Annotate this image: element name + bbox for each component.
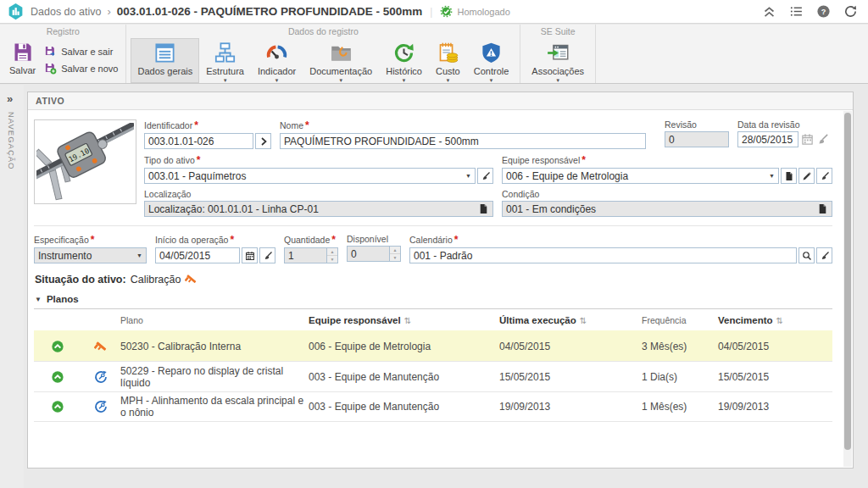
nome-label: Nome*: [280, 119, 646, 131]
tab-historico[interactable]: Histórico ▼: [379, 38, 429, 83]
document-icon: [784, 171, 794, 181]
condicao-field: 001 - Em condições: [502, 201, 832, 217]
calendario-search-button[interactable]: [798, 247, 815, 263]
identificador-next-button[interactable]: [255, 133, 271, 149]
controle-label: Controle: [474, 66, 509, 76]
condicao-label: Condição: [502, 189, 832, 199]
identificador-input[interactable]: 003.01.01-026: [144, 133, 253, 149]
refresh-icon[interactable]: [843, 4, 858, 19]
list-menu-icon[interactable]: [789, 4, 804, 19]
column-header-ultima-execucao[interactable]: Última execução⇅: [499, 315, 642, 325]
save-and-new-button[interactable]: Salvar e novo: [44, 62, 118, 75]
collapse-ribbon-icon[interactable]: [762, 4, 776, 19]
calibration-icon: [81, 340, 120, 353]
table-row[interactable]: 50230 - Calibração Interna 006 - Equipe …: [34, 330, 832, 361]
document-icon[interactable]: [478, 203, 489, 214]
revisao-label: Revisão: [665, 119, 729, 130]
chevron-down-icon: ▼: [489, 78, 494, 83]
vertical-scrollbar[interactable]: [843, 111, 852, 467]
tab-documentacao[interactable]: Documentação ▼: [303, 38, 379, 83]
calendario-clear-button[interactable]: [816, 247, 832, 263]
collapse-triangle-icon: ▼: [35, 296, 42, 303]
tab-controle[interactable]: Controle ▼: [467, 38, 516, 83]
step-down-icon: ▼: [390, 254, 400, 261]
execute-plan-icon[interactable]: [34, 340, 81, 353]
stepper-arrows[interactable]: ▲▼: [327, 247, 338, 263]
scrollbar-thumb[interactable]: [844, 113, 851, 450]
execute-plan-icon[interactable]: [34, 370, 81, 384]
calendario-input[interactable]: 001 - Padrão: [409, 247, 797, 263]
asset-photo[interactable]: 19.10: [34, 119, 136, 204]
identificador-label: Identificador*: [144, 119, 271, 131]
quantidade-stepper: 1: [284, 247, 327, 263]
chevron-down-icon: ▼: [275, 78, 280, 83]
help-icon[interactable]: ?: [816, 4, 831, 19]
select-caret-icon: ▼: [136, 252, 142, 258]
document-icon[interactable]: [817, 203, 828, 214]
column-header-frequencia: Frequência: [642, 315, 718, 325]
clear-brush-icon: [481, 171, 491, 181]
equipe-new-button[interactable]: [781, 168, 797, 184]
breadcrumb[interactable]: Dados do ativo: [31, 6, 101, 18]
tab-custo[interactable]: Custo ▼: [429, 38, 467, 83]
revisao-field: 0: [665, 131, 729, 147]
ribbon-group-label: Dados do registro: [126, 25, 520, 37]
tipo-ativo-label: Tipo do ativo*: [144, 154, 493, 166]
required-icon: *: [91, 234, 95, 246]
data-revisao-label: Data da revisão: [737, 119, 832, 130]
tab-estrutura[interactable]: Estrutura ▼: [199, 38, 251, 83]
nome-input[interactable]: PAQUÍMETRO PROFUNDIDADE - 500mm: [280, 133, 646, 149]
chevron-down-icon: ▼: [445, 78, 450, 83]
inicio-clear-button[interactable]: [259, 247, 275, 263]
sort-icon: ⇅: [580, 316, 587, 325]
cell-plano: 50230 - Calibração Interna: [120, 341, 309, 352]
tab-dados-gerais[interactable]: Dados gerais: [131, 38, 199, 83]
step-up-icon: ▲: [390, 247, 400, 254]
stepper-arrows[interactable]: ▲▼: [390, 246, 401, 262]
clear-brush-icon: [820, 171, 830, 181]
clear-brush-icon: [820, 251, 830, 261]
tipo-ativo-select[interactable]: 003.01 - Paquímetros▼: [144, 168, 476, 184]
inicio-calendar-button[interactable]: [242, 247, 258, 263]
page-title: 003.01.01-026 - PAQUÍMETRO PROFUNDIDADE …: [117, 5, 423, 18]
tab-associacoes[interactable]: Associações ▼: [525, 38, 591, 83]
step-down-icon: ▼: [327, 256, 337, 263]
required-icon: *: [194, 119, 198, 131]
required-icon: *: [197, 154, 201, 166]
save-and-exit-button[interactable]: Salvar e sair: [44, 45, 118, 58]
tab-indicador[interactable]: Indicador ▼: [251, 38, 303, 83]
especificacao-select[interactable]: Instrumento▼: [34, 247, 147, 263]
equipe-clear-button[interactable]: [816, 168, 832, 184]
calibration-icon: [185, 273, 198, 286]
planos-section-toggle[interactable]: ▼ Planos: [34, 291, 832, 309]
required-icon: *: [230, 234, 234, 246]
general-data-icon: [153, 42, 176, 64]
table-row[interactable]: 50229 - Reparo no display de cristal líq…: [34, 361, 832, 391]
navigation-sidebar: » NAVEGAÇÃO: [0, 85, 24, 488]
planos-table-header: Plano Equipe responsável⇅ Última execuçã…: [34, 309, 832, 330]
search-icon: [802, 251, 812, 261]
column-header-vencimento[interactable]: Vencimento⇅: [718, 315, 832, 325]
equipe-edit-button[interactable]: [798, 168, 815, 184]
sort-icon: ⇅: [776, 316, 783, 325]
data-revisao-input: 28/05/2015: [737, 131, 798, 147]
select-caret-icon: ▼: [769, 173, 775, 179]
inicio-operacao-input[interactable]: 04/05/2015: [155, 247, 240, 263]
cell-vencimento: 19/09/2013: [718, 401, 832, 413]
pencil-icon: [802, 171, 812, 181]
app-logo-icon[interactable]: [7, 3, 25, 20]
documentacao-label: Documentação: [309, 66, 372, 76]
historico-label: Histórico: [386, 66, 422, 76]
table-row[interactable]: MPH - Alinhamento da escala principal e …: [34, 391, 832, 422]
status-badge: Homologado: [440, 5, 509, 18]
equipe-select[interactable]: 006 - Equipe de Metrologia▼: [502, 168, 779, 184]
tipo-ativo-clear-button[interactable]: [477, 168, 493, 184]
associations-window-icon: [547, 42, 570, 64]
execute-plan-icon[interactable]: [34, 400, 81, 413]
disponivel-label: Disponível: [347, 234, 401, 244]
column-header-equipe[interactable]: Equipe responsável⇅: [309, 315, 499, 325]
save-button[interactable]: Salvar: [4, 38, 41, 81]
column-header-plano: Plano: [120, 315, 309, 325]
expand-navigation-icon[interactable]: »: [7, 92, 24, 105]
inicio-operacao-label: Início da operação*: [155, 234, 275, 246]
